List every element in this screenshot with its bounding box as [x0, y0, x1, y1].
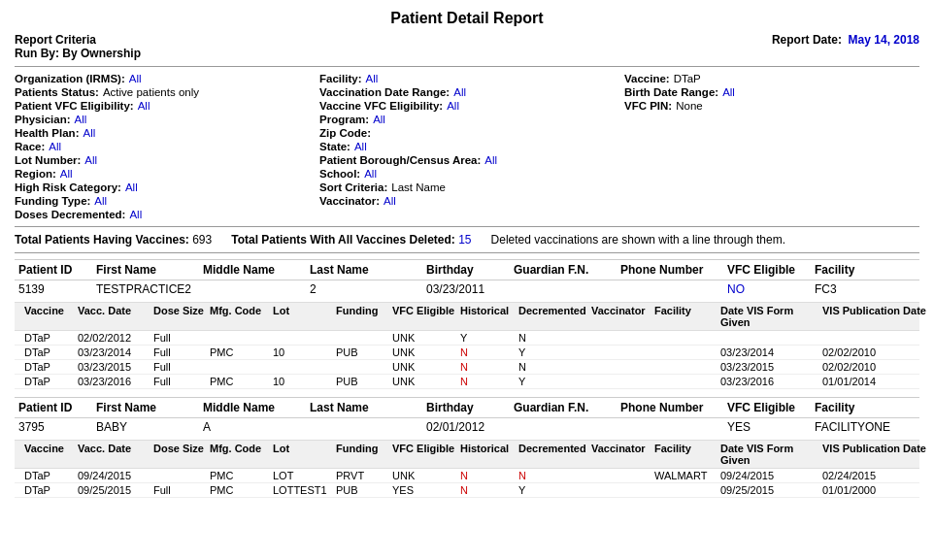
- vaccine-header-cell: Funding: [336, 305, 392, 328]
- criteria-value: All: [364, 168, 377, 180]
- criteria-label: Vaccine VFC Eligibility:: [319, 100, 443, 112]
- criteria-row: Patient VFC Eligibility: All: [15, 100, 310, 112]
- vaccine-row: DTaP09/24/2015PMCLOTPRVTUNKNNWALMART09/2…: [15, 469, 919, 483]
- vaccine-row: DTaP03/23/2014FullPMC10PUBUNKNY03/23/201…: [15, 346, 919, 360]
- vaccine-cell: [336, 332, 392, 344]
- vaccine-header-cell: Vacc. Date: [78, 305, 153, 328]
- vaccine-header-cell: VFC Eligible: [392, 305, 460, 328]
- criteria-value: All: [484, 154, 497, 166]
- total-patients-value: 693: [192, 233, 212, 247]
- patient-header-cell: Birthday: [422, 400, 510, 415]
- patient-cell: 03/23/2011: [422, 281, 510, 297]
- vaccine-cell: N: [460, 376, 518, 387]
- criteria-label: Health Plan:: [15, 127, 79, 139]
- criteria-value: All: [138, 100, 150, 112]
- criteria-value: All: [125, 181, 138, 193]
- vaccine-cell: PUB: [336, 484, 392, 496]
- vaccine-cell: DTaP: [24, 484, 78, 496]
- vaccine-cell: [654, 346, 720, 358]
- criteria-label: Patient Borough/Census Area:: [319, 154, 481, 166]
- vaccine-cell: DTaP: [24, 470, 78, 481]
- criteria-row: Program: All: [319, 114, 615, 125]
- patient-cell: [617, 281, 723, 297]
- patient-separator: [15, 389, 919, 397]
- deleted-note: Deleted vaccinations are shown with a li…: [491, 233, 786, 247]
- vaccine-cell: [591, 484, 654, 496]
- deleted-value: 15: [458, 233, 471, 247]
- criteria-value: All: [129, 209, 142, 220]
- vaccine-cell: 03/23/2016: [78, 376, 153, 387]
- patient-cell: [510, 281, 617, 297]
- vaccine-cell: N: [518, 332, 591, 344]
- vaccine-cell: [591, 470, 654, 481]
- vaccine-header-cell: Lot: [273, 443, 336, 466]
- vaccine-row: DTaP03/23/2016FullPMC10PUBUNKNY03/23/201…: [15, 375, 919, 389]
- criteria-col-1: Organization (IRMS): AllPatients Status:…: [15, 73, 310, 220]
- criteria-label: VFC PIN:: [624, 100, 672, 112]
- vaccine-cell: LOTTEST1: [273, 484, 336, 496]
- vaccine-cell: [654, 376, 720, 387]
- vaccine-row: DTaP09/25/2015FullPMCLOTTEST1PUBYESNY09/…: [15, 483, 919, 498]
- vaccine-header-cell: Decremented: [518, 305, 591, 328]
- vaccine-cell: N: [518, 361, 591, 373]
- criteria-row: Patient Borough/Census Area: All: [319, 154, 615, 166]
- summary-line: Total Patients Having Vaccines: 693 Tota…: [15, 233, 919, 247]
- criteria-label: Lot Number:: [15, 154, 81, 166]
- vaccine-cell: 03/23/2016: [720, 376, 822, 387]
- criteria-label: State:: [319, 141, 350, 152]
- vaccine-cell: PMC: [210, 484, 273, 496]
- vaccine-cell: 03/23/2014: [720, 346, 822, 358]
- patient-header-cell: VFC Eligible: [723, 262, 811, 278]
- vaccine-cell: [591, 332, 654, 344]
- patient-row: 3795BABYA02/01/2012YESFACILITYONE: [15, 418, 919, 436]
- patient-cell: [617, 419, 723, 435]
- vaccine-cell: [210, 332, 273, 344]
- vaccine-cell: Full: [153, 361, 210, 373]
- vaccine-cell: N: [460, 470, 518, 481]
- criteria-label: Physician:: [15, 114, 71, 125]
- criteria-label: School:: [319, 168, 360, 180]
- divider-1: [15, 66, 919, 67]
- vaccine-cell: [654, 484, 720, 496]
- criteria-value: All: [447, 100, 459, 112]
- criteria-row: Patients Status: Active patients only: [15, 86, 310, 98]
- vaccine-cell: 01/01/2000: [822, 484, 929, 496]
- vaccine-cell: Full: [153, 376, 210, 387]
- criteria-value: All: [84, 154, 97, 166]
- patient-header-cell: Patient ID: [15, 400, 92, 415]
- patient-header-cell: Phone Number: [617, 400, 723, 415]
- vaccine-header-cell: Lot: [273, 305, 336, 328]
- vaccine-header-cell: Historical: [460, 305, 518, 328]
- vaccine-cell: 02/02/2010: [822, 346, 929, 358]
- patient-header-cell: Guardian F.N.: [510, 262, 617, 278]
- criteria-row: Organization (IRMS): All: [15, 73, 310, 84]
- patient-cell: 2: [306, 281, 422, 297]
- criteria-row: Vaccination Date Range: All: [319, 86, 615, 98]
- vaccine-header-cell: Vaccine: [24, 305, 78, 328]
- vaccine-cell: UNK: [392, 470, 460, 481]
- patient-cell: [199, 281, 306, 297]
- patient-header-cell: Guardian F.N.: [510, 400, 617, 415]
- patient-header-cell: First Name: [92, 400, 199, 415]
- vaccine-header-cell: VIS Publication Date: [822, 305, 929, 328]
- vaccine-cell: 01/01/2014: [822, 376, 929, 387]
- vaccine-cell: 02/24/2015: [822, 470, 929, 481]
- vaccine-cell: N: [518, 470, 591, 481]
- vaccine-cell: [654, 361, 720, 373]
- vaccine-cell: 09/24/2015: [78, 470, 153, 481]
- criteria-label: High Risk Category:: [15, 181, 121, 193]
- vaccine-header-cell: VIS Publication Date: [822, 443, 929, 466]
- vaccine-header-cell: Decremented: [518, 443, 591, 466]
- criteria-row: Sort Criteria: Last Name: [319, 181, 615, 193]
- criteria-value: All: [49, 141, 61, 152]
- patient-cell: [510, 419, 617, 435]
- vaccine-cell: 10: [273, 346, 336, 358]
- criteria-value: Last Name: [391, 181, 446, 193]
- vaccine-cell: [273, 332, 336, 344]
- criteria-label: Race:: [15, 141, 45, 152]
- vaccine-cell: PRVT: [336, 470, 392, 481]
- vaccine-header-cell: Historical: [460, 443, 518, 466]
- vaccine-table-header: VaccineVacc. DateDose SizeMfg. CodeLotFu…: [15, 440, 919, 469]
- vaccine-header-cell: Date VIS Form Given: [720, 443, 822, 466]
- vaccine-cell: N: [460, 346, 518, 358]
